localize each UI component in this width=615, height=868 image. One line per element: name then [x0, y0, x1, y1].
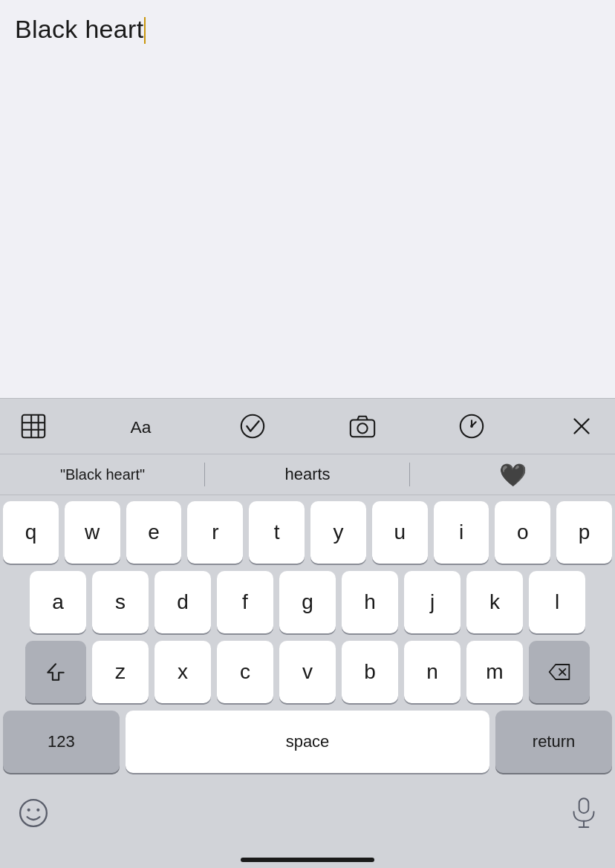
key-t[interactable]: t — [249, 501, 305, 564]
emoji-button[interactable] — [18, 797, 49, 829]
font-icon: Aa — [129, 412, 157, 440]
close-button[interactable] — [563, 408, 600, 445]
key-backspace[interactable] — [529, 641, 590, 703]
mic-button[interactable] — [570, 797, 597, 829]
text-value: Black heart — [15, 15, 143, 43]
svg-text:Aa: Aa — [130, 417, 151, 437]
table-button[interactable] — [15, 408, 52, 445]
key-l[interactable]: l — [529, 571, 585, 633]
svg-rect-0 — [22, 415, 45, 437]
key-i[interactable]: i — [434, 501, 489, 564]
key-v[interactable]: v — [279, 641, 336, 703]
autocomplete-hearts-label: hearts — [284, 465, 330, 484]
autocomplete-emoji[interactable]: 🖤 — [410, 454, 615, 495]
emoji-icon — [18, 797, 49, 829]
autocomplete-bar: "Black heart" hearts 🖤 — [0, 454, 615, 495]
key-k[interactable]: k — [466, 571, 523, 633]
keyboard: q w e r t y u i o p a s d f g h j k l z … — [0, 495, 615, 776]
camera-button[interactable] — [344, 408, 381, 445]
home-bar — [241, 858, 374, 862]
close-icon — [567, 412, 596, 440]
autocomplete-exact[interactable]: "Black heart" — [0, 454, 205, 495]
svg-rect-7 — [351, 420, 374, 437]
key-w[interactable]: w — [65, 501, 120, 564]
autocomplete-hearts[interactable]: hearts — [205, 454, 410, 495]
table-icon — [19, 412, 48, 440]
svg-point-16 — [27, 809, 30, 812]
key-x[interactable]: x — [154, 641, 211, 703]
key-f[interactable]: f — [217, 571, 273, 633]
typed-text: Black heart — [15, 15, 146, 43]
mic-icon — [570, 797, 597, 829]
font-button[interactable]: Aa — [125, 408, 162, 445]
key-z[interactable]: z — [92, 641, 149, 703]
key-q[interactable]: q — [3, 501, 59, 564]
key-123[interactable]: 123 — [3, 711, 120, 773]
key-row-1: q w e r t y u i o p — [3, 501, 612, 564]
toolbar: Aa — [0, 398, 615, 454]
key-s[interactable]: s — [92, 571, 149, 633]
home-indicator — [0, 858, 615, 868]
svg-point-8 — [357, 423, 367, 433]
text-area[interactable]: Black heart — [0, 0, 615, 398]
key-u[interactable]: u — [372, 501, 428, 564]
autocomplete-exact-label: "Black heart" — [60, 466, 145, 483]
key-j[interactable]: j — [404, 571, 461, 633]
pen-icon — [458, 412, 486, 440]
camera-icon — [348, 412, 377, 440]
key-row-4: 123 space return — [3, 711, 612, 773]
key-r[interactable]: r — [187, 501, 243, 564]
autocomplete-emoji-label: 🖤 — [499, 462, 527, 488]
key-return[interactable]: return — [495, 711, 612, 773]
svg-rect-18 — [579, 798, 589, 813]
key-c[interactable]: c — [217, 641, 273, 703]
key-h[interactable]: h — [342, 571, 398, 633]
key-p[interactable]: p — [556, 501, 612, 564]
key-row-3: z x c v b n m — [3, 641, 612, 703]
key-b[interactable]: b — [342, 641, 398, 703]
text-cursor — [144, 17, 146, 44]
svg-point-15 — [20, 800, 47, 826]
key-shift[interactable] — [25, 641, 86, 703]
key-m[interactable]: m — [466, 641, 523, 703]
key-space[interactable]: space — [126, 711, 489, 773]
key-y[interactable]: y — [310, 501, 366, 564]
pen-button[interactable] — [453, 408, 490, 445]
key-row-2: a s d f g h j k l — [3, 571, 612, 633]
checkmark-icon — [238, 412, 267, 440]
shift-icon — [45, 662, 66, 682]
key-g[interactable]: g — [279, 571, 336, 633]
key-a[interactable]: a — [30, 571, 86, 633]
bottom-bar — [0, 776, 615, 858]
svg-point-10 — [470, 425, 473, 428]
key-e[interactable]: e — [126, 501, 182, 564]
key-d[interactable]: d — [154, 571, 211, 633]
checkmark-button[interactable] — [234, 408, 271, 445]
key-o[interactable]: o — [495, 501, 550, 564]
svg-point-6 — [241, 415, 264, 437]
svg-point-17 — [36, 809, 39, 812]
key-n[interactable]: n — [404, 641, 461, 703]
backspace-icon — [548, 663, 570, 681]
